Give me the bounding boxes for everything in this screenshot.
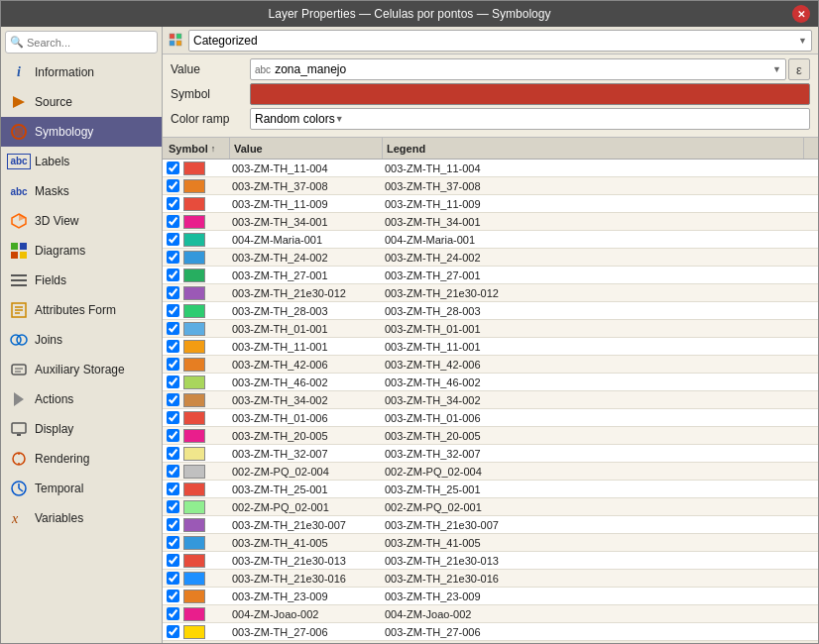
row-checkbox[interactable]: [167, 518, 179, 531]
table-row[interactable]: 003-ZM-TH_24-002003-ZM-TH_24-002: [163, 249, 818, 267]
value-type-badge: abc: [255, 64, 271, 75]
actions-icon: [9, 389, 29, 409]
table-row[interactable]: 003-ZM-TH_41-005003-ZM-TH_41-005: [163, 534, 818, 552]
row-checkbox[interactable]: [167, 536, 179, 549]
table-row[interactable]: 002-ZM-PQ_02-001002-ZM-PQ_02-001: [163, 498, 818, 516]
row-checkbox[interactable]: [167, 554, 179, 567]
sidebar-item-fields[interactable]: Fields: [1, 266, 162, 295]
table-row[interactable]: 003-ZM-TH_46-002003-ZM-TH_46-002: [163, 374, 818, 391]
row-checkbox[interactable]: [167, 161, 179, 174]
table-row[interactable]: 003-ZM-TH_11-004003-ZM-TH_11-004: [163, 160, 818, 177]
color-swatch: [183, 625, 205, 639]
row-checkbox[interactable]: [167, 590, 179, 602]
sidebar-item-label-actions: Actions: [35, 392, 73, 406]
sidebar-item-attributes-form[interactable]: Attributes Form: [1, 295, 162, 325]
color-swatch: [183, 572, 205, 586]
sidebar-item-variables[interactable]: xVariables: [1, 503, 162, 533]
value-combo[interactable]: abc zona_manejo ▼: [250, 58, 786, 80]
sidebar-item-3dview[interactable]: 3D View: [1, 206, 162, 236]
sidebar-item-symbology[interactable]: Symbology: [1, 117, 162, 147]
search-box[interactable]: 🔍: [5, 31, 158, 54]
close-button[interactable]: ✕: [792, 5, 810, 23]
row-checkbox[interactable]: [167, 358, 179, 371]
sidebar-item-diagrams[interactable]: Diagrams: [1, 236, 162, 266]
row-checkbox[interactable]: [167, 304, 179, 317]
table-row[interactable]: 003-ZM-TH_27-001003-ZM-TH_27-001: [163, 267, 818, 284]
table-row[interactable]: 003-ZM-TH_23-009003-ZM-TH_23-009: [163, 588, 818, 605]
3dview-icon: [9, 211, 29, 231]
row-checkbox[interactable]: [167, 447, 179, 460]
row-checkbox[interactable]: [167, 340, 179, 353]
row-checkbox[interactable]: [167, 500, 179, 513]
row-checkbox[interactable]: [167, 625, 179, 638]
sidebar-item-source[interactable]: Source: [1, 87, 162, 117]
table-row[interactable]: 003-ZM-TH_11-001003-ZM-TH_11-001: [163, 338, 818, 356]
table-row[interactable]: 003-ZM-TH_01-001003-ZM-TH_01-001: [163, 320, 818, 338]
symbol-field: [250, 83, 810, 105]
td-value: 003-ZM-TH_23-009: [228, 588, 381, 604]
table-row[interactable]: 003-ZM-TH_25-001003-ZM-TH_25-001: [163, 481, 818, 498]
sidebar-item-label-auxiliary-storage: Auxiliary Storage: [35, 363, 125, 376]
row-checkbox[interactable]: [167, 393, 179, 406]
categorized-combo[interactable]: Categorized ▼: [188, 30, 812, 52]
sidebar-item-labels[interactable]: abcLabels: [1, 147, 162, 176]
svg-text:x: x: [11, 511, 19, 526]
sidebar-item-label-symbology: Symbology: [35, 125, 93, 139]
sidebar-item-rendering[interactable]: Rendering: [1, 444, 162, 474]
sidebar-item-information[interactable]: iInformation: [1, 57, 162, 87]
table-row[interactable]: 003-ZM-TH_01-006003-ZM-TH_01-006: [163, 409, 818, 427]
expression-button[interactable]: ε: [788, 58, 810, 80]
sidebar-item-masks[interactable]: abcMasks: [1, 176, 162, 206]
color-ramp-arrow: ▼: [335, 114, 344, 124]
table-row[interactable]: 003-ZM-TH_34-002003-ZM-TH_34-002: [163, 391, 818, 409]
row-checkbox[interactable]: [167, 179, 179, 192]
row-checkbox[interactable]: [167, 233, 179, 246]
row-checkbox[interactable]: [167, 286, 179, 299]
table-row[interactable]: 003-ZM-TH_37-008003-ZM-TH_37-008: [163, 177, 818, 195]
row-checkbox[interactable]: [167, 215, 179, 228]
search-input[interactable]: [27, 37, 153, 49]
color-ramp-combo[interactable]: Random colors ▼: [250, 108, 810, 130]
sidebar-item-joins[interactable]: Joins: [1, 325, 162, 355]
table-row[interactable]: 003-ZM-TH_42-006003-ZM-TH_42-006: [163, 356, 818, 374]
row-checkbox[interactable]: [167, 322, 179, 335]
sidebar-item-auxiliary-storage[interactable]: Auxiliary Storage: [1, 355, 162, 384]
symbol-preview[interactable]: [250, 83, 810, 105]
value-row: Value abc zona_manejo ▼ ε: [171, 58, 810, 80]
row-checkbox[interactable]: [167, 429, 179, 442]
info-icon: i: [9, 62, 29, 82]
table-row[interactable]: 003-ZM-TH_21e30-007003-ZM-TH_21e30-007: [163, 516, 818, 534]
sidebar-item-temporal[interactable]: Temporal: [1, 474, 162, 503]
td-value: 002-ZM-PQ_02-004: [228, 463, 381, 480]
table-row[interactable]: 004-ZM-Joao-002004-ZM-Joao-002: [163, 605, 818, 623]
table-row[interactable]: 003-ZM-TH_21e30-016003-ZM-TH_21e30-016: [163, 570, 818, 588]
sidebar-item-actions[interactable]: Actions: [1, 384, 162, 414]
table-row[interactable]: 004-ZM-Maria-001004-ZM-Maria-001: [163, 231, 818, 249]
row-checkbox[interactable]: [167, 411, 179, 424]
row-checkbox[interactable]: [167, 465, 179, 478]
row-checkbox[interactable]: [167, 572, 179, 585]
td-value: 003-ZM-TH_34-002: [228, 391, 381, 408]
td-symbol: [163, 391, 228, 408]
row-checkbox[interactable]: [167, 376, 179, 388]
table-row[interactable]: 002-ZM-PQ_02-004002-ZM-PQ_02-004: [163, 463, 818, 481]
table-row[interactable]: 003-ZM-TH_11-009003-ZM-TH_11-009: [163, 195, 818, 213]
table-row[interactable]: 003-ZM-TH_34-001003-ZM-TH_34-001: [163, 213, 818, 231]
td-legend: 003-ZM-TH_41-005: [381, 534, 818, 551]
sidebar-item-display[interactable]: Display: [1, 414, 162, 444]
table-row[interactable]: 003-ZM-TH_20-005003-ZM-TH_20-005: [163, 427, 818, 445]
table-row[interactable]: 003-ZM-TH_28-003003-ZM-TH_28-003: [163, 302, 818, 320]
row-checkbox[interactable]: [167, 483, 179, 495]
table-row[interactable]: 003-ZM-TH_21e30-012003-ZM-TH_21e30-012: [163, 284, 818, 302]
table-row[interactable]: 003-ZM-TH_32-007003-ZM-TH_32-007: [163, 445, 818, 463]
table-row[interactable]: 003-ZM-TH_27-006003-ZM-TH_27-006: [163, 623, 818, 641]
color-swatch: [183, 268, 205, 282]
row-checkbox[interactable]: [167, 268, 179, 281]
sidebar-items-container: iInformationSourceSymbologyabcLabelsabcM…: [1, 57, 162, 533]
row-checkbox[interactable]: [167, 607, 179, 620]
row-checkbox[interactable]: [167, 197, 179, 210]
th-legend: Legend: [383, 138, 804, 159]
toolbar: Categorized ▼: [163, 27, 818, 54]
table-row[interactable]: 003-ZM-TH_21e30-013003-ZM-TH_21e30-013: [163, 552, 818, 570]
row-checkbox[interactable]: [167, 251, 179, 264]
